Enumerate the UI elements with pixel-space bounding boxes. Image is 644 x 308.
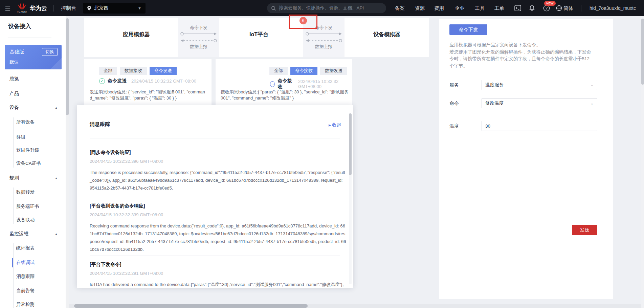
description-line: 应用模拟器可根据产品定义向设备下发命令。 bbox=[449, 42, 593, 49]
hamburger-menu-icon[interactable]: ☰ bbox=[5, 0, 10, 16]
message-type: 命令发送 bbox=[108, 78, 127, 84]
sidebar-scrollbar bbox=[66, 16, 69, 308]
huawei-flower-icon bbox=[18, 2, 26, 10]
tab-device-command-received[interactable]: 命令接收 bbox=[290, 67, 317, 75]
message-type: 命令接收 bbox=[277, 78, 293, 90]
collapse-arrow-icon: ▲ bbox=[55, 233, 58, 236]
svg-text:?: ? bbox=[546, 6, 548, 10]
globe-icon bbox=[556, 5, 562, 11]
collapse-arrow-icon: ▲ bbox=[55, 106, 58, 109]
nav-link-billing[interactable]: 费用 bbox=[434, 0, 444, 16]
subgroup-line bbox=[13, 243, 14, 308]
sidebar-group-rules[interactable]: 规则▲ bbox=[9, 174, 64, 182]
horizontal-scrollbar bbox=[69, 304, 641, 308]
sidebar-item-device-ca[interactable]: 设备CA证书 bbox=[16, 159, 60, 168]
region-name: 北京四 bbox=[94, 5, 108, 11]
arrow-right-icon bbox=[305, 32, 342, 36]
vertical-scrollbar bbox=[641, 16, 644, 308]
collapse-trace-button[interactable]: ▶ 收起 bbox=[329, 122, 341, 128]
command-label: 命令 bbox=[449, 98, 459, 108]
message-time: 2024/04/15 10:32:32 GMT+08:00 bbox=[298, 79, 352, 89]
triangle-right-icon: ▶ bbox=[329, 124, 331, 127]
service-field-row: 服务 温度服务 ⌄ bbox=[439, 80, 613, 90]
horizontal-scrollbar-thumb[interactable] bbox=[74, 304, 308, 308]
tab-app-data-received[interactable]: 数据接收 bbox=[120, 67, 147, 75]
sidebar-item-current-alarms[interactable]: 当前告警 bbox=[16, 287, 60, 295]
cli-terminal-icon[interactable] bbox=[514, 0, 521, 16]
chevron-down-icon: ▼ bbox=[138, 6, 141, 10]
arrow-left-dashed-icon bbox=[305, 39, 342, 43]
node-iot-platform: IoT平台 bbox=[239, 31, 279, 38]
trace-entry: [平台下发命令] 2024/04/15 10:32:32.291 GMT+08:… bbox=[90, 261, 346, 288]
sidebar-group-devices[interactable]: 设备▲ bbox=[9, 104, 64, 112]
tab-app-command-sent[interactable]: 命令发送 bbox=[150, 67, 177, 75]
sidebar-item-message-trace[interactable]: 消息跟踪 bbox=[16, 272, 60, 281]
sidebar-item-online-debug[interactable]: 在线调试 bbox=[16, 259, 60, 267]
location-pin-icon bbox=[87, 5, 91, 11]
command-value: 修改温度 bbox=[485, 100, 504, 106]
top-navbar: ☰ HUAWEI 华为云 控制台 北京四 ▼ bbox=[0, 0, 644, 16]
console-link[interactable]: 控制台 bbox=[61, 0, 76, 16]
simulator-diagram: 应用模拟器 命令下发 数据上报 IoT平台 命令下发 bbox=[84, 18, 429, 57]
tab-app-all[interactable]: 全部 bbox=[99, 67, 117, 75]
nav-link-tools[interactable]: 工具 bbox=[475, 0, 485, 16]
global-search-input[interactable]: 搜索云服务、快捷操作、资源、文档、API bbox=[267, 3, 386, 13]
nav-link-resources[interactable]: 资源 bbox=[415, 0, 425, 16]
sidebar-item-groups[interactable]: 群组 bbox=[16, 133, 60, 141]
tab-device-data-sent[interactable]: 数据发送 bbox=[320, 67, 347, 75]
search-placeholder: 搜索云服务、快捷操作、资源、文档、API bbox=[279, 5, 364, 11]
service-select[interactable]: 温度服务 ⌄ bbox=[482, 80, 597, 90]
trace-divider bbox=[90, 138, 340, 138]
account-id[interactable]: hid_7oa3uuxfq_muxtc bbox=[590, 0, 636, 16]
trace-title: 消息跟踪 bbox=[90, 121, 110, 128]
edition-label: 基础版 bbox=[9, 49, 24, 55]
nav-link-beian[interactable]: 备案 bbox=[395, 0, 405, 16]
logo-caption: HUAWEI bbox=[17, 11, 27, 13]
trace-entry-body: IoTDA has delivered a command to the dev… bbox=[90, 281, 346, 288]
search-icon bbox=[271, 6, 276, 11]
nav-divider bbox=[581, 5, 581, 12]
sidebar-item-server-cert[interactable]: 服务端证书 bbox=[16, 202, 60, 211]
nav-link-ticket[interactable]: 工单 bbox=[494, 0, 504, 16]
command-delivery-button[interactable]: 命令下发 bbox=[449, 24, 487, 35]
trace-scrollbar-thumb[interactable] bbox=[349, 113, 352, 175]
sidebar-item-all-devices[interactable]: 所有设备 bbox=[16, 118, 60, 126]
annotation-badge: 6 bbox=[299, 17, 307, 24]
trace-entry-body: Receiving command response from the devi… bbox=[90, 222, 346, 253]
sidebar-item-device-linkage[interactable]: 设备联动 bbox=[16, 216, 60, 224]
sidebar-item-anomaly-detection[interactable]: 异常检测 bbox=[16, 301, 60, 308]
sidebar-item-overview[interactable]: 总览 bbox=[9, 75, 60, 83]
language-switcher[interactable]: 简体 bbox=[556, 0, 573, 16]
notifications-bell-icon[interactable] bbox=[529, 0, 535, 16]
sidebar-item-products[interactable]: 产品 bbox=[9, 90, 60, 98]
nav-link-enterprise[interactable]: 企业 bbox=[455, 0, 465, 16]
huawei-logo[interactable]: HUAWEI bbox=[17, 2, 27, 15]
region-selector[interactable]: 北京四 ▼ bbox=[83, 3, 146, 14]
trace-entry-title: [平台收到设备的命令响应] bbox=[90, 202, 346, 209]
send-button[interactable]: 发送 bbox=[572, 225, 597, 235]
sidebar-item-data-forwarding[interactable]: 数据转发 bbox=[16, 188, 60, 196]
sidebar-scrollbar-thumb[interactable] bbox=[66, 18, 69, 115]
arrow-left-dashed-icon bbox=[180, 39, 217, 43]
temperature-label: 温度 bbox=[449, 121, 459, 131]
trace-divider bbox=[90, 256, 340, 256]
instance-card[interactable]: 基础版 切换 默认 bbox=[5, 45, 62, 69]
message-trace-panel: 消息跟踪 ▶ 收起 [同步命令设备响应] 2024/04/15 10:32:32… bbox=[77, 105, 353, 288]
service-label: 服务 bbox=[449, 80, 459, 90]
trace-scrollbar bbox=[349, 113, 352, 284]
temperature-input[interactable]: 30 bbox=[482, 121, 597, 131]
tab-device-all[interactable]: 全部 bbox=[269, 67, 288, 75]
switch-instance-button[interactable]: 切换 bbox=[42, 48, 58, 56]
temperature-field-row: 温度 30 bbox=[439, 121, 613, 131]
sidebar-divider bbox=[8, 38, 51, 38]
card-decoration bbox=[44, 55, 62, 69]
receive-arrow-icon: → bbox=[270, 81, 275, 87]
brand-title[interactable]: 华为云 bbox=[30, 0, 47, 16]
trace-divider bbox=[90, 197, 340, 197]
chevron-down-icon: ⌄ bbox=[591, 101, 594, 106]
command-select[interactable]: 修改温度 ⌄ bbox=[482, 98, 597, 108]
sidebar-group-monitoring[interactable]: 监控运维▲ bbox=[9, 230, 64, 238]
sidebar-item-reports[interactable]: 统计报表 bbox=[16, 244, 60, 252]
sidebar-item-firmware-upgrade[interactable]: 软固件升级 bbox=[16, 146, 60, 154]
vertical-scrollbar-thumb[interactable] bbox=[641, 19, 644, 85]
